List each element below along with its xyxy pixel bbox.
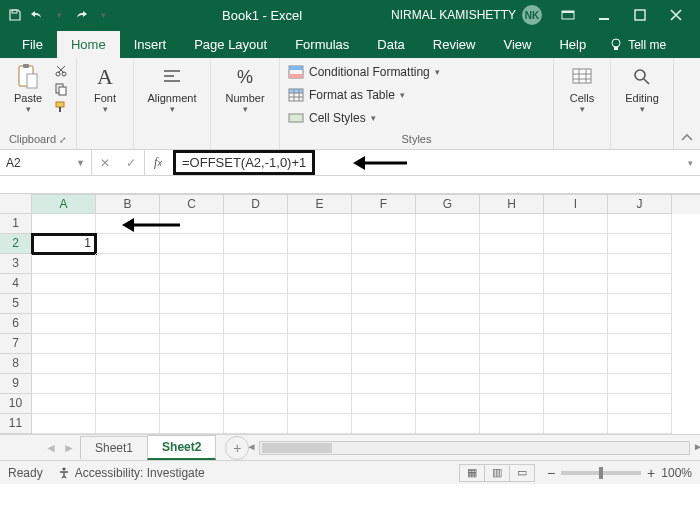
cell[interactable] — [288, 374, 352, 394]
cell[interactable] — [96, 394, 160, 414]
cell[interactable] — [32, 314, 96, 334]
cell[interactable] — [224, 394, 288, 414]
row-header[interactable]: 1 — [0, 214, 32, 234]
cell[interactable] — [416, 354, 480, 374]
cancel-formula-icon[interactable]: ✕ — [92, 150, 118, 176]
cell[interactable] — [32, 374, 96, 394]
cell[interactable] — [224, 254, 288, 274]
scroll-left-icon[interactable]: ◄ — [246, 441, 256, 452]
tab-insert[interactable]: Insert — [120, 31, 181, 58]
name-box[interactable]: A2 ▼ — [0, 150, 92, 175]
cell[interactable] — [96, 354, 160, 374]
col-header[interactable]: E — [288, 195, 352, 214]
cell[interactable] — [224, 234, 288, 254]
undo-icon[interactable] — [28, 6, 46, 24]
formula-input[interactable]: =OFFSET(A2,-1,0)+1 — [173, 150, 315, 175]
col-header[interactable]: H — [480, 195, 544, 214]
cell[interactable] — [96, 414, 160, 434]
sheet-tab[interactable]: Sheet1 — [80, 436, 148, 459]
minimize-icon[interactable] — [586, 0, 622, 30]
cell[interactable] — [224, 354, 288, 374]
conditional-formatting-button[interactable]: Conditional Formatting ▾ — [288, 62, 440, 82]
col-header[interactable]: D — [224, 195, 288, 214]
cell[interactable] — [160, 294, 224, 314]
cell[interactable] — [608, 374, 672, 394]
zoom-in-icon[interactable]: + — [647, 465, 655, 481]
cell[interactable] — [288, 214, 352, 234]
zoom-level[interactable]: 100% — [661, 466, 692, 480]
cell[interactable] — [480, 414, 544, 434]
cell[interactable] — [96, 254, 160, 274]
col-header[interactable]: J — [608, 195, 672, 214]
col-header[interactable]: B — [96, 195, 160, 214]
tab-file[interactable]: File — [8, 31, 57, 58]
cell[interactable] — [160, 274, 224, 294]
tell-me[interactable]: Tell me — [600, 32, 676, 58]
tab-page-layout[interactable]: Page Layout — [180, 31, 281, 58]
cell[interactable] — [224, 334, 288, 354]
row-header[interactable]: 7 — [0, 334, 32, 354]
cell[interactable] — [480, 254, 544, 274]
cell[interactable] — [352, 254, 416, 274]
cell[interactable] — [416, 334, 480, 354]
view-page-break-icon[interactable]: ▭ — [509, 464, 535, 482]
cell[interactable] — [32, 394, 96, 414]
cell[interactable] — [96, 334, 160, 354]
cell[interactable] — [352, 234, 416, 254]
cell[interactable] — [224, 314, 288, 334]
cell[interactable] — [32, 334, 96, 354]
cell[interactable] — [608, 394, 672, 414]
cell[interactable] — [160, 234, 224, 254]
cell[interactable] — [544, 274, 608, 294]
select-all-corner[interactable] — [0, 194, 32, 214]
tab-review[interactable]: Review — [419, 31, 490, 58]
cell[interactable] — [224, 414, 288, 434]
cell[interactable] — [96, 234, 160, 254]
cell[interactable] — [288, 414, 352, 434]
cell[interactable] — [352, 334, 416, 354]
format-as-table-button[interactable]: Format as Table ▾ — [288, 85, 440, 105]
cell[interactable] — [544, 354, 608, 374]
cell[interactable] — [608, 334, 672, 354]
cell[interactable] — [480, 334, 544, 354]
cell[interactable] — [32, 354, 96, 374]
cell[interactable] — [224, 294, 288, 314]
cell[interactable] — [288, 394, 352, 414]
cell[interactable] — [32, 294, 96, 314]
view-normal-icon[interactable]: ▦ — [459, 464, 485, 482]
zoom-slider[interactable] — [561, 471, 641, 475]
cell-styles-button[interactable]: Cell Styles ▾ — [288, 108, 440, 128]
cell[interactable] — [416, 214, 480, 234]
cell[interactable] — [544, 254, 608, 274]
alignment-button[interactable]: Alignment ▾ — [142, 62, 202, 114]
tab-home[interactable]: Home — [57, 31, 120, 58]
cell[interactable] — [416, 294, 480, 314]
sheet-nav-next-icon[interactable]: ► — [63, 441, 75, 455]
paste-button[interactable]: Paste ▾ — [8, 62, 48, 114]
cell[interactable] — [224, 214, 288, 234]
cell[interactable] — [288, 234, 352, 254]
cell[interactable] — [544, 334, 608, 354]
ribbon-options-icon[interactable] — [550, 0, 586, 30]
cell[interactable] — [160, 414, 224, 434]
cell[interactable] — [480, 214, 544, 234]
cell[interactable] — [288, 354, 352, 374]
cell[interactable] — [416, 314, 480, 334]
cell[interactable] — [32, 214, 96, 234]
selected-cell[interactable]: 1 — [32, 234, 96, 254]
cell[interactable] — [608, 414, 672, 434]
cell[interactable] — [544, 414, 608, 434]
sheet-nav-prev-icon[interactable]: ◄ — [45, 441, 57, 455]
cell[interactable] — [160, 374, 224, 394]
cell[interactable] — [608, 354, 672, 374]
copy-icon[interactable] — [54, 82, 68, 96]
cell[interactable] — [480, 374, 544, 394]
cell[interactable] — [96, 314, 160, 334]
sheet-tab-active[interactable]: Sheet2 — [147, 435, 216, 460]
cell[interactable] — [608, 274, 672, 294]
cell[interactable] — [544, 214, 608, 234]
cell[interactable] — [224, 274, 288, 294]
cell[interactable] — [96, 374, 160, 394]
cell[interactable] — [32, 254, 96, 274]
cell[interactable] — [480, 234, 544, 254]
